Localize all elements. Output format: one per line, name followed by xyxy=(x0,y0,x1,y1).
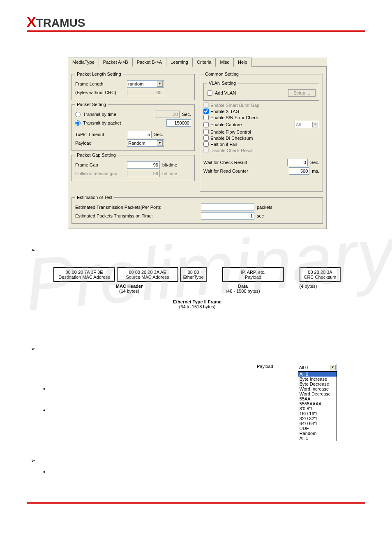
tbt-input xyxy=(155,111,180,118)
esbg-label: Enable Smart Burst Gap xyxy=(210,103,259,108)
dcr-label: Disable Check Result xyxy=(210,148,254,153)
fg-label: Frame Gap xyxy=(75,162,125,167)
payload-select[interactable]: Random▼ xyxy=(127,139,164,147)
esn-label: Enable S/N Error Check xyxy=(210,115,258,120)
sc-u: sec xyxy=(257,213,264,218)
tab-criteria[interactable]: Criteria xyxy=(192,58,216,67)
opt-640641[interactable]: 64'0 64'1 xyxy=(298,421,337,426)
ept-input[interactable] xyxy=(201,212,254,220)
dmac-box: 80 00 20 7A 3F 3EDestination MAC Address xyxy=(53,267,115,282)
transmit-by-packet-radio[interactable] xyxy=(75,120,81,126)
payload-dropdown[interactable]: All 0▼ xyxy=(298,364,337,371)
wcr-label: Wait for Check Result xyxy=(203,160,261,165)
payload-dd-label: Payload xyxy=(257,364,273,369)
divider-top xyxy=(27,30,365,32)
payload-label: Payload xyxy=(75,141,125,146)
t2f-label: Ethernet Type II Frame xyxy=(173,299,221,304)
sec-label: Sec. xyxy=(182,112,191,117)
ext-label: Enable X-TAG xyxy=(210,109,239,114)
txto-label: TxPkt Timeout xyxy=(75,132,125,137)
opt-all1[interactable]: All 1 xyxy=(298,436,337,441)
capture-select: All▼ xyxy=(295,121,319,128)
tab-mediatype[interactable]: MediaType xyxy=(68,58,99,67)
bullet-icon: • xyxy=(43,469,45,475)
chevron-down-icon: ▼ xyxy=(330,365,336,370)
bullet-icon: ➢ xyxy=(31,345,36,352)
bullet-icon: ➢ xyxy=(31,247,36,253)
tab-packet-ba[interactable]: Packet B->A xyxy=(132,58,166,67)
halt-check[interactable] xyxy=(203,141,209,147)
estimation-of-test: Estimation of Test Estimated Transmissio… xyxy=(71,195,323,224)
efc-label: Enable Flow Control xyxy=(210,130,251,134)
wcr-input[interactable] xyxy=(287,159,308,166)
edi-check[interactable] xyxy=(203,135,209,141)
opt-word-inc[interactable]: Word Increase xyxy=(298,386,337,391)
fg-input[interactable] xyxy=(127,161,160,169)
tbp-label: Transmit by packet xyxy=(83,120,121,125)
setup-button: Setup ... xyxy=(288,89,316,97)
chevron-down-icon: ▼ xyxy=(312,122,318,127)
bullet-icon: • xyxy=(43,386,45,392)
opt-random[interactable]: Random xyxy=(298,431,337,436)
etp-input[interactable] xyxy=(201,204,254,211)
addvlan-label: Add VLAN xyxy=(215,90,236,95)
datab-label: (46 - 1500 bytes) xyxy=(226,289,260,294)
four-label: (4 bytes) xyxy=(300,284,317,289)
tbt-label: Transmit by time xyxy=(83,112,116,117)
frame-length-label: Frame Length xyxy=(75,81,125,86)
divider-bottom xyxy=(27,502,365,504)
common-setting: Common Setting VLAN Setting Add VLAN Set… xyxy=(200,72,323,192)
opt-160161[interactable]: 16'0 16'1 xyxy=(298,411,337,416)
opt-word-dec[interactable]: Word Decrease xyxy=(298,391,337,396)
t2fb-label: (64 to 1518 bytes) xyxy=(179,304,216,309)
bittime-label: bit-time xyxy=(162,162,177,167)
settings-panel: MediaType Packet A->B Packet B->A Learni… xyxy=(68,58,327,229)
sec-label2: Sec. xyxy=(154,132,163,137)
eot-legend: Estimation of Test xyxy=(75,195,114,200)
tab-learning[interactable]: Learning xyxy=(166,58,193,67)
chevron-down-icon: ▼ xyxy=(157,81,163,87)
opt-8081[interactable]: 8'0 8'1 xyxy=(298,406,337,411)
crg-label: Collision release gap xyxy=(75,171,125,176)
frame-length-select[interactable]: random▼ xyxy=(127,80,164,88)
opt-byte-inc[interactable]: Byte Increase xyxy=(298,377,337,382)
transmit-by-time-radio[interactable] xyxy=(75,112,81,117)
dcr-check xyxy=(203,148,209,153)
edi-label: Enable DI Checksum xyxy=(210,136,253,141)
bittime-label2: bit-time xyxy=(162,171,177,176)
packet-length-setting: Packet Length Setting Frame Length rando… xyxy=(71,72,195,100)
ps-legend: Packet Setting xyxy=(75,102,108,107)
ecap-check[interactable] xyxy=(203,122,209,127)
chevron-down-icon: ▼ xyxy=(157,140,163,146)
tab-help[interactable]: Help xyxy=(233,58,252,67)
wrc-input[interactable] xyxy=(289,167,309,175)
efc-check[interactable] xyxy=(203,129,209,134)
tbp-input[interactable] xyxy=(166,119,191,127)
add-vlan-check[interactable] xyxy=(207,90,212,96)
ms-u: ms. xyxy=(312,169,319,173)
pk-u: packets xyxy=(257,205,272,210)
cs-legend: Common Setting xyxy=(203,72,240,76)
sec-u: Sec. xyxy=(310,160,319,165)
esn-check[interactable] xyxy=(203,115,209,120)
vlan-setting: VLAN Setting Add VLAN Setup ... xyxy=(203,81,319,101)
tab-packet-ab[interactable]: Packet A->B xyxy=(99,58,133,67)
bytes-input xyxy=(127,89,163,96)
mhb-label: (14 bytes) xyxy=(119,289,139,294)
opt-320321[interactable]: 32'0 32'1 xyxy=(298,416,337,421)
smac-box: 80 00 20 20 3A AESource MAC Address xyxy=(117,267,178,282)
opt-5555aaaa[interactable]: 5555AAAA xyxy=(298,401,337,406)
crc-box: 00 20 20 3ACRC Checksum xyxy=(300,267,341,282)
ext-check[interactable] xyxy=(203,109,209,114)
payload-box: IP, ARP, etc.Payload xyxy=(222,267,284,282)
payload-options[interactable]: All 0 Byte Increase Byte Decrease Word I… xyxy=(298,371,337,441)
txto-input[interactable] xyxy=(127,131,152,138)
opt-udf[interactable]: UDF xyxy=(298,426,337,431)
opt-all0[interactable]: All 0 xyxy=(298,372,337,377)
opt-55aa[interactable]: 55AA xyxy=(298,396,337,401)
opt-byte-dec[interactable]: Byte Decrease xyxy=(298,382,337,386)
packet-setting: Packet Setting Transmit by time Sec. Tra… xyxy=(71,102,195,151)
vlan-legend: VLAN Setting xyxy=(207,81,238,86)
tab-misc[interactable]: Misc xyxy=(215,58,234,67)
packet-gap-setting: Packet Gap Setting Frame Gap bit-time Co… xyxy=(71,153,195,181)
